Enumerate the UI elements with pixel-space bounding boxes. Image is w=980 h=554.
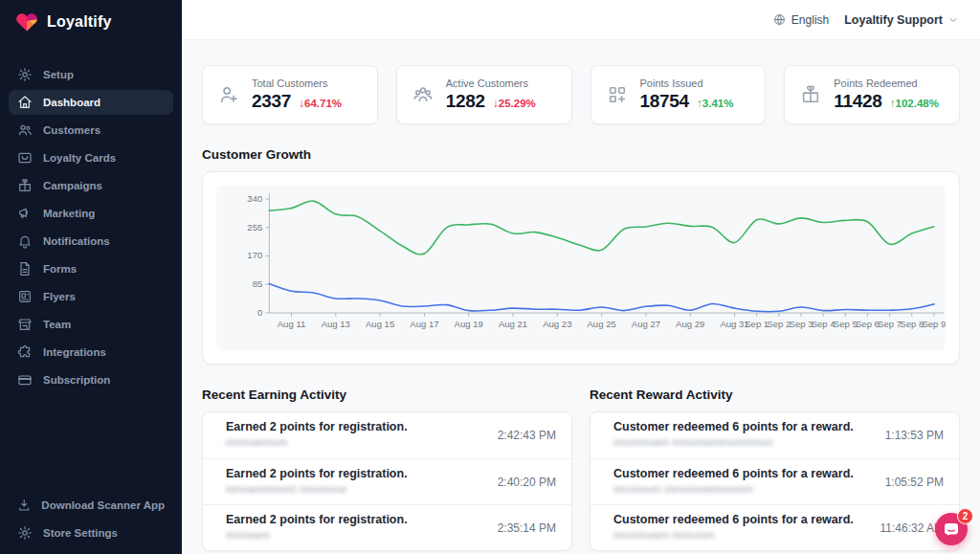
stat-change: ↓64.71% (299, 97, 342, 110)
activity-customer-name-masked: mnvnnvwm mnvnnwmnvnnmnvn (613, 436, 854, 448)
activity-customer-name-masked: mnvnnvwm mnnvnm (613, 529, 854, 541)
reward-activity-title: Recent Reward Activity (590, 388, 960, 402)
svg-text:Sep 1: Sep 1 (745, 319, 768, 329)
activity-time: 2:40:20 PM (498, 459, 556, 505)
list-item[interactable]: Earned 2 points for registration. mnnvwn… (203, 412, 571, 458)
stat-change: ↓25.29% (493, 97, 536, 110)
activity-customer-name-masked: mnnvwnnvm (226, 436, 466, 448)
sidebar: Loyaltify Setup Dashboard Customers Loya… (0, 0, 182, 554)
user-plus-icon (218, 84, 239, 105)
list-item[interactable]: Customer redeemed 6 points for a reward.… (590, 458, 959, 504)
account-label: Loyaltify Support (844, 13, 943, 27)
sidebar-item-label: Subscription (43, 374, 110, 386)
stat-change: ↑3.41% (697, 97, 734, 110)
list-item[interactable]: Customer redeemed 6 points for a reward.… (590, 504, 959, 550)
sidebar-item-label: Loyalty Cards (43, 152, 116, 164)
language-label: English (791, 13, 829, 27)
stat-card-points-redeemed[interactable]: Points Redeemed 11428 ↑102.48% (784, 65, 960, 124)
svg-text:Aug 23: Aug 23 (543, 319, 571, 329)
list-item[interactable]: Customer redeemed 6 points for a reward.… (590, 412, 959, 458)
sidebar-item-forms[interactable]: Forms (9, 256, 173, 281)
bell-icon (17, 233, 33, 249)
gift-icon (17, 178, 33, 193)
sidebar-item-team[interactable]: Team (9, 312, 173, 337)
activity-time: 2:42:43 PM (498, 412, 556, 458)
reward-activity-list: Customer redeemed 6 points for a reward.… (590, 411, 960, 551)
sidebar-item-customers[interactable]: Customers (9, 118, 173, 143)
stat-change: ↑102.48% (890, 97, 939, 110)
svg-text:Sep 7: Sep 7 (878, 319, 902, 329)
svg-text:170: 170 (247, 251, 262, 261)
svg-text:Aug 29: Aug 29 (676, 319, 704, 329)
sidebar-item-store-settings[interactable]: Store Settings (9, 521, 173, 545)
activity-text: Customer redeemed 6 points for a reward. (613, 467, 854, 480)
puzzle-icon (17, 344, 33, 360)
svg-text:Sep 9: Sep 9 (922, 319, 946, 329)
earning-activity-section: Recent Earning Activity Earned 2 points … (202, 365, 572, 551)
activity-time: 1:13:53 PM (885, 412, 944, 458)
activity-customer-name-masked: mnvwnnmnvm mnvnnvw (226, 483, 466, 495)
storefront-icon (17, 317, 33, 332)
activity-text: Earned 2 points for registration. (226, 467, 466, 480)
sidebar-item-label: Marketing (43, 208, 95, 219)
svg-text:Aug 19: Aug 19 (455, 319, 483, 329)
sidebar-item-label: Download Scanner App (41, 499, 165, 511)
stat-card-active-customers[interactable]: Active Customers 1282 ↓25.29% (396, 65, 572, 124)
megaphone-icon (17, 206, 33, 221)
sidebar-item-dashboard[interactable]: Dashboard (9, 90, 173, 115)
sidebar-item-label: Campaigns (43, 180, 102, 191)
customer-growth-chart[interactable]: 085170255340Aug 11Aug 13Aug 15Aug 17Aug … (216, 186, 946, 350)
sidebar-item-download-scanner-app[interactable]: Download Scanner App (9, 493, 173, 518)
activity-text: Earned 2 points for registration. (226, 513, 466, 526)
svg-text:Aug 11: Aug 11 (278, 319, 306, 329)
activity-text: Customer redeemed 6 points for a reward. (613, 420, 854, 433)
dashboard-content: Total Customers 2337 ↓64.71% Active Cust… (182, 40, 980, 554)
sidebar-item-flyers[interactable]: Flyers (9, 284, 173, 309)
sidebar-item-label: Notifications (43, 235, 110, 247)
stats-row: Total Customers 2337 ↓64.71% Active Cust… (202, 65, 960, 124)
stat-value: 11428 (834, 91, 881, 112)
gear-icon (17, 67, 33, 82)
svg-text:Sep 8: Sep 8 (900, 319, 924, 329)
svg-text:Sep 5: Sep 5 (834, 319, 858, 329)
earning-activity-title: Recent Earning Activity (202, 388, 572, 402)
sidebar-item-label: Dashboard (43, 97, 100, 108)
stat-card-total-customers[interactable]: Total Customers 2337 ↓64.71% (202, 65, 378, 124)
account-menu[interactable]: Loyaltify Support (844, 13, 959, 27)
svg-text:Sep 4: Sep 4 (812, 319, 836, 329)
sidebar-item-setup[interactable]: Setup (9, 62, 173, 87)
sidebar-item-label: Store Settings (43, 527, 118, 539)
sidebar-item-loyalty-cards[interactable]: Loyalty Cards (9, 145, 173, 170)
card-icon (17, 150, 33, 166)
sidebar-item-campaigns[interactable]: Campaigns (9, 173, 173, 198)
activity-customer-name-masked: mnvnnvm mnvnnvwmnvnnm (613, 483, 854, 495)
svg-text:Aug 15: Aug 15 (366, 319, 394, 329)
svg-text:Aug 21: Aug 21 (499, 319, 527, 329)
flyer-icon (17, 289, 33, 304)
activity-grid: Recent Earning Activity Earned 2 points … (202, 365, 960, 551)
sidebar-item-integrations[interactable]: Integrations (9, 340, 173, 365)
stat-value: 1282 (446, 91, 485, 112)
brand-logo[interactable]: Loyaltify (0, 0, 182, 46)
users-group-icon (412, 84, 434, 105)
svg-text:255: 255 (247, 222, 262, 233)
list-item[interactable]: Earned 2 points for registration. mnvwnn… (203, 458, 571, 504)
list-item[interactable]: Earned 2 points for registration. mnnvwm… (203, 504, 571, 550)
activity-time: 2:35:14 PM (498, 505, 556, 551)
gear-icon (17, 525, 33, 541)
loyaltify-heart-icon (15, 11, 38, 33)
chat-widget-button[interactable]: 2 (935, 513, 968, 545)
stat-card-points-issued[interactable]: Points Issued 18754 ↑3.41% (590, 65, 767, 124)
svg-text:Sep 2: Sep 2 (767, 319, 791, 329)
activity-customer-name-masked: mnnvwm (226, 529, 466, 541)
sidebar-item-subscription[interactable]: Subscription (9, 367, 173, 392)
sidebar-item-label: Setup (43, 69, 74, 80)
language-selector[interactable]: English (773, 13, 829, 27)
sidebar-item-notifications[interactable]: Notifications (9, 229, 173, 254)
sidebar-item-label: Team (43, 319, 71, 330)
earning-activity-list: Earned 2 points for registration. mnnvwn… (202, 411, 572, 551)
sidebar-item-label: Forms (43, 263, 77, 275)
line-chart-svg: 085170255340Aug 11Aug 13Aug 15Aug 17Aug … (216, 186, 946, 350)
sidebar-item-marketing[interactable]: Marketing (9, 201, 173, 226)
stat-value: 2337 (252, 91, 291, 112)
